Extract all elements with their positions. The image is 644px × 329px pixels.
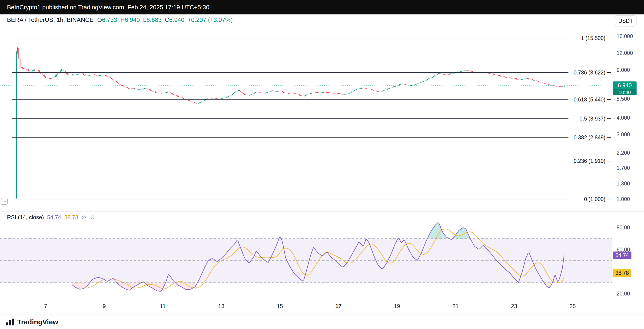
drawing-anchor-icon[interactable]: ⋯ bbox=[1, 198, 8, 205]
candle-bodies-up bbox=[16, 48, 564, 198]
currency-toggle-label: USDT bbox=[618, 18, 633, 24]
svg-text:80.00: 80.00 bbox=[616, 224, 630, 231]
symbol-title[interactable]: BERA / TetherUS, 1h, BINANCE bbox=[7, 16, 94, 24]
svg-text:25: 25 bbox=[570, 303, 576, 309]
ohlc-open-label: O bbox=[97, 16, 102, 23]
svg-text:21: 21 bbox=[452, 303, 459, 309]
svg-text:4.000: 4.000 bbox=[616, 115, 630, 121]
svg-text:2.200: 2.200 bbox=[616, 150, 630, 156]
ohlc-low-label: L bbox=[143, 16, 146, 23]
svg-text:11: 11 bbox=[160, 303, 166, 309]
svg-text:1.000: 1.000 bbox=[616, 196, 630, 202]
publisher-banner-text: BeInCrypto1 published on TradingView.com… bbox=[7, 4, 209, 11]
svg-text:1.300: 1.300 bbox=[616, 181, 630, 187]
svg-text:16.000: 16.000 bbox=[616, 33, 633, 39]
svg-text:9: 9 bbox=[103, 303, 106, 309]
rsi-indicator-title[interactable]: RSI (14, close) bbox=[7, 214, 44, 221]
candle-bodies-down bbox=[18, 48, 562, 104]
bar-countdown: 10:40 bbox=[613, 89, 636, 95]
svg-text:0.5 (3.937): 0.5 (3.937) bbox=[580, 116, 606, 122]
rsi-pane-layer: 80.0060.0020.00 bbox=[0, 222, 630, 297]
svg-text:20.00: 20.00 bbox=[616, 291, 630, 297]
svg-text:13: 13 bbox=[218, 303, 224, 309]
fib-retracement-layer: 1 (15.500)0.786 (8.622)0.618 (5.440)0.5 … bbox=[12, 35, 611, 202]
price-change: +0.207 (+3.07%) bbox=[188, 16, 233, 24]
symbol-legend: BERA / TetherUS, 1h, BINANCE O6.733 H6.9… bbox=[7, 16, 233, 24]
rsi-hidden-band-markers: ∅ ∅ bbox=[82, 214, 96, 221]
svg-text:19: 19 bbox=[394, 303, 400, 309]
ohlc-open-value: 6.733 bbox=[102, 16, 117, 23]
rsi-ma-value-badge: 38.78 bbox=[613, 269, 632, 277]
candle-wicks-up bbox=[16, 47, 564, 199]
current-price-value: 6.940 bbox=[613, 81, 636, 89]
currency-toggle-button[interactable]: USDT bbox=[615, 15, 636, 27]
current-price-badge: 6.940 10:40 bbox=[613, 81, 636, 95]
footer-bar: TradingView bbox=[0, 314, 644, 329]
svg-text:15: 15 bbox=[277, 303, 283, 309]
svg-text:0 (1.000): 0 (1.000) bbox=[584, 196, 606, 202]
svg-text:0.786 (8.622): 0.786 (8.622) bbox=[574, 70, 606, 76]
chart-canvas[interactable]: 80.0060.0020.001 (15.500)0.786 (8.622)0.… bbox=[0, 0, 644, 329]
ohlc-low-value: 6.683 bbox=[146, 16, 162, 23]
svg-text:0.382 (2.849): 0.382 (2.849) bbox=[574, 135, 606, 141]
ohlc-high-label: H bbox=[120, 16, 125, 23]
rsi-value-badge: 54.74 bbox=[613, 251, 632, 259]
svg-text:17: 17 bbox=[335, 303, 342, 309]
svg-text:1.700: 1.700 bbox=[616, 165, 630, 171]
svg-text:0.618 (5.440): 0.618 (5.440) bbox=[574, 97, 606, 103]
time-axis-layer: 791113151719212325 bbox=[44, 303, 576, 309]
svg-text:23: 23 bbox=[511, 303, 517, 309]
svg-text:1 (15.500): 1 (15.500) bbox=[581, 35, 606, 41]
candle-wicks-down bbox=[19, 37, 562, 104]
rsi-current-value: 54.74 bbox=[47, 214, 61, 221]
publisher-banner: BeInCrypto1 published on TradingView.com… bbox=[0, 0, 644, 15]
ohlc-close-value: 6.940 bbox=[169, 16, 184, 23]
ohlc-high-value: 6.940 bbox=[124, 16, 140, 23]
rsi-ma-current-value: 38.78 bbox=[64, 214, 78, 221]
tradingview-brand-link[interactable]: TradingView bbox=[17, 318, 58, 326]
tradingview-logo-icon[interactable] bbox=[5, 318, 14, 326]
svg-text:3.000: 3.000 bbox=[616, 131, 630, 138]
svg-text:0.236 (1.910): 0.236 (1.910) bbox=[574, 158, 606, 164]
svg-text:12.000: 12.000 bbox=[616, 50, 633, 56]
svg-text:7: 7 bbox=[44, 303, 47, 309]
ohlc-values: O6.733 H6.940 L6.683 C6.940 +0.207 (+3.0… bbox=[97, 16, 232, 24]
main-pane-layer: 1 (15.500)0.786 (8.622)0.618 (5.440)0.5 … bbox=[0, 33, 633, 202]
svg-text:9.000: 9.000 bbox=[616, 67, 630, 73]
ohlc-close-label: C bbox=[165, 16, 169, 23]
svg-text:5.500: 5.500 bbox=[616, 96, 630, 102]
rsi-legend: RSI (14, close) 54.74 38.78 ∅ ∅ bbox=[7, 214, 96, 221]
